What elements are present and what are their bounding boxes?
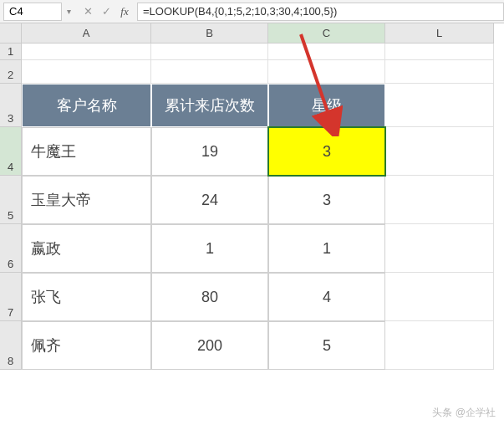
row-header-6[interactable]: 6 [0, 224, 22, 273]
col-header-b[interactable]: B [151, 23, 268, 44]
cell-l8[interactable] [385, 321, 494, 370]
cell-l3[interactable] [385, 84, 494, 127]
cell-l5[interactable] [385, 176, 494, 224]
row-header-1[interactable]: 1 [0, 44, 22, 60]
confirm-icon[interactable]: ✓ [100, 5, 112, 18]
row-header-3[interactable]: 3 [0, 84, 22, 127]
cell-visits[interactable]: 80 [151, 273, 268, 321]
cell-l1[interactable] [385, 44, 494, 60]
cell-a1[interactable] [22, 44, 151, 60]
cell-visits[interactable]: 19 [151, 127, 268, 176]
row-header-8[interactable]: 8 [0, 321, 22, 370]
cell-a2[interactable] [22, 60, 151, 84]
table-header-stars[interactable]: 星级 [268, 84, 385, 127]
table-header-visits[interactable]: 累计来店次数 [151, 84, 268, 127]
cancel-icon[interactable]: ✕ [82, 5, 94, 18]
cell-name[interactable]: 佩齐 [22, 321, 151, 370]
formula-bar-buttons: ✕ ✓ fx [75, 5, 137, 18]
row-header-2[interactable]: 2 [0, 60, 22, 84]
table-row: 嬴政 1 1 [22, 224, 494, 273]
cell-l6[interactable] [385, 224, 494, 273]
name-box[interactable]: C4 [3, 3, 62, 21]
formula-text: =LOOKUP(B4,{0,1;5,2;10,3;30,4;100,5}) [143, 5, 337, 18]
row-headers: 1 2 3 4 5 6 7 8 [0, 44, 22, 370]
col-header-a[interactable]: A [22, 23, 151, 44]
cell-stars[interactable]: 1 [268, 224, 385, 273]
row-header-7[interactable]: 7 [0, 273, 22, 321]
cell-stars[interactable]: 3 [268, 176, 385, 224]
table-row: 牛魔王 19 3 [22, 127, 494, 176]
table-row: 佩齐 200 5 [22, 321, 494, 370]
cell-c2[interactable] [268, 60, 385, 84]
cell-name[interactable]: 玉皇大帝 [22, 176, 151, 224]
cell-b1[interactable] [151, 44, 268, 60]
cell-l7[interactable] [385, 273, 494, 321]
fx-icon[interactable]: fx [119, 5, 130, 18]
table-header-name[interactable]: 客户名称 [22, 84, 151, 127]
table-row: 张飞 80 4 [22, 273, 494, 321]
formula-bar: C4 ▾ ✕ ✓ fx =LOOKUP(B4,{0,1;5,2;10,3;30,… [0, 0, 504, 23]
col-header-c[interactable]: C [268, 23, 385, 44]
cell-visits[interactable]: 24 [151, 176, 268, 224]
cell-name[interactable]: 张飞 [22, 273, 151, 321]
table-row: 玉皇大帝 24 3 [22, 176, 494, 224]
cell-name[interactable]: 嬴政 [22, 224, 151, 273]
cell-reference: C4 [9, 5, 23, 18]
col-header-l[interactable]: L [385, 23, 494, 44]
cell-visits[interactable]: 1 [151, 224, 268, 273]
row-header-5[interactable]: 5 [0, 176, 22, 224]
column-headers: A B C L [22, 23, 494, 44]
cell-c1[interactable] [268, 44, 385, 60]
cell-visits[interactable]: 200 [151, 321, 268, 370]
cell-stars[interactable]: 4 [268, 273, 385, 321]
formula-input[interactable]: =LOOKUP(B4,{0,1;5,2;10,3;30,4;100,5}) [137, 3, 504, 21]
cell-l2[interactable] [385, 60, 494, 84]
row-header-4[interactable]: 4 [0, 127, 22, 176]
cell-stars[interactable]: 5 [268, 321, 385, 370]
cell-stars-selected[interactable]: 3 [268, 127, 385, 176]
cell-l4[interactable] [385, 127, 494, 176]
cell-name[interactable]: 牛魔王 [22, 127, 151, 176]
watermark: 头条 @企学社 [432, 406, 496, 420]
cell-b2[interactable] [151, 60, 268, 84]
cells-area: 客户名称 累计来店次数 星级 牛魔王 19 3 玉皇大帝 24 3 嬴政 1 1… [22, 44, 494, 370]
name-box-dropdown-icon[interactable]: ▾ [62, 7, 75, 16]
select-all-corner[interactable] [0, 23, 22, 44]
spreadsheet-grid: A B C L 1 2 3 4 5 6 7 8 客户名称 累计来店次 [0, 23, 504, 425]
